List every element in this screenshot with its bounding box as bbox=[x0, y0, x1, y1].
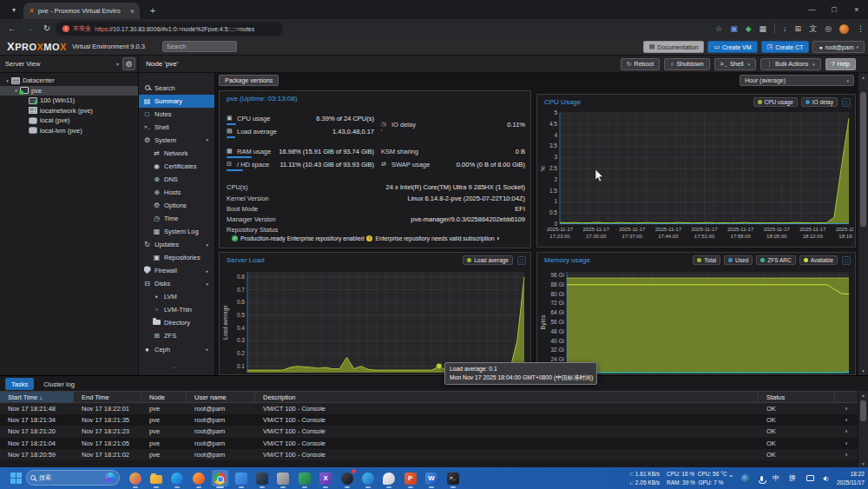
ime-mode-indicator[interactable]: 中 bbox=[770, 467, 782, 489]
tray-expand-icon[interactable]: ⌃ bbox=[726, 467, 736, 489]
nav-item-disks[interactable]: ⊟Disks▾ bbox=[139, 277, 215, 290]
taskbar-app-printer[interactable] bbox=[275, 470, 292, 486]
nav-item-updates[interactable]: ↻Updates▾ bbox=[139, 238, 215, 251]
tray-app-icon[interactable] bbox=[740, 467, 752, 489]
shell-button[interactable]: >_Shell▾ bbox=[714, 58, 757, 70]
nav-item-shell[interactable]: >_Shell bbox=[139, 121, 215, 134]
help-button[interactable]: ?Help bbox=[825, 58, 856, 70]
taskbar-app-photos[interactable] bbox=[233, 470, 249, 486]
legend-used[interactable]: Used bbox=[724, 255, 753, 265]
taskbar-app-chrome[interactable] bbox=[212, 470, 228, 486]
taskbar-app-file-explorer[interactable] bbox=[148, 470, 164, 486]
time-range-select[interactable]: Hour (average)▾ bbox=[740, 75, 854, 86]
user-menu-button[interactable]: ●root@pam▾ bbox=[812, 41, 865, 53]
legend-zfs-arc[interactable]: ZFS ARC bbox=[756, 255, 795, 265]
tab-search-button[interactable]: ▾ bbox=[5, 4, 23, 16]
cast-icon[interactable]: ◎ bbox=[825, 24, 832, 33]
adblock-shield-icon[interactable]: ◆ bbox=[746, 24, 752, 33]
nav-item-search[interactable]: Search bbox=[139, 82, 215, 95]
tree-item-100-win11[interactable]: 100 (Win11) bbox=[0, 96, 138, 106]
taskbar-clock[interactable]: 18:22 2025/11/17 bbox=[837, 470, 865, 486]
column-end-time[interactable]: End Time bbox=[74, 392, 141, 402]
cpu-usage-detail-icon[interactable]: ⊟ bbox=[842, 98, 851, 107]
task-row[interactable]: Nov 17 18:21:34Nov 17 18:21:35pveroot@pa… bbox=[0, 414, 858, 426]
browser-menu-icon[interactable]: ⋮ bbox=[857, 24, 865, 33]
taskbar-search[interactable]: 搜索 bbox=[26, 470, 120, 486]
taskbar-app-messenger[interactable] bbox=[381, 470, 398, 486]
taskbar-app-monitor-app[interactable] bbox=[253, 470, 270, 486]
nav-item-system[interactable]: ⚙System▾ bbox=[139, 134, 215, 147]
ime-layout-indicator[interactable]: 拼 bbox=[786, 467, 799, 489]
view-settings-gear-icon[interactable]: ⚙ bbox=[122, 57, 135, 70]
bulk-actions-button[interactable]: ⋮Bulk Actions▾ bbox=[760, 58, 821, 70]
tab-close-icon[interactable]: × bbox=[130, 7, 135, 16]
nav-item-repositories[interactable]: ▣Repositories bbox=[139, 251, 215, 264]
nav-item-firewall[interactable]: Firewall▸ bbox=[139, 264, 215, 277]
expand-caret-icon[interactable]: ▸ bbox=[206, 268, 208, 274]
new-tab-button[interactable]: + bbox=[146, 3, 160, 17]
taskbar-app-powerpoint[interactable]: P bbox=[402, 470, 418, 486]
column-start-time[interactable]: Start Time ↓ bbox=[0, 392, 74, 402]
nav-item-ceph[interactable]: ●Ceph▸ bbox=[139, 343, 215, 356]
tasks-scrollbar[interactable]: ▲ ▼ bbox=[858, 391, 868, 468]
taskbar-app-firefox[interactable] bbox=[190, 470, 207, 486]
tasks-scroll-up-icon[interactable]: ▲ bbox=[858, 393, 868, 398]
taskbar-app-notebook[interactable] bbox=[296, 470, 312, 486]
task-row[interactable]: Nov 17 18:20:59Nov 17 18:21:02pveroot@pa… bbox=[0, 449, 858, 460]
shutdown-button[interactable]: ○Shutdown bbox=[664, 58, 709, 70]
task-details-chevron-icon[interactable]: › bbox=[835, 439, 858, 447]
reboot-button[interactable]: ↻Reboot bbox=[621, 58, 660, 70]
media-control-icon[interactable]: ▣ bbox=[730, 24, 738, 33]
taskbar-app-edge[interactable] bbox=[169, 470, 186, 486]
tree-item-datacenter[interactable]: ▾Datacenter bbox=[0, 76, 138, 86]
extensions-icon[interactable]: ▦ bbox=[760, 24, 767, 33]
tree-item-local-pve[interactable]: local (pve) bbox=[0, 116, 138, 126]
create-vm-button[interactable]: ▭Create VM bbox=[707, 41, 757, 53]
task-details-chevron-icon[interactable]: › bbox=[835, 405, 858, 413]
column-status[interactable]: Status bbox=[759, 392, 835, 402]
nav-item-network[interactable]: ⇄Network bbox=[139, 147, 215, 160]
nav-item-directory[interactable]: Directory bbox=[139, 316, 215, 329]
scroll-up-icon[interactable]: ▲ bbox=[858, 75, 868, 80]
tree-item-local-lvm-pve[interactable]: local-lvm (pve) bbox=[0, 126, 138, 136]
taskbar-app-terminal[interactable]: >_ bbox=[444, 470, 461, 486]
copilot-icon[interactable] bbox=[105, 472, 115, 483]
window-maximize-button[interactable]: □ bbox=[823, 0, 845, 19]
back-button[interactable]: ← bbox=[5, 23, 19, 35]
tree-item-pve[interactable]: ▾pve bbox=[0, 86, 138, 96]
apps-grid-icon[interactable]: ⊞ bbox=[795, 24, 802, 33]
nav-item-hosts[interactable]: ⊕Hosts bbox=[139, 186, 215, 199]
nav-item-notes[interactable]: □Notes bbox=[139, 108, 215, 121]
task-row[interactable]: Nov 17 18:21:20Nov 17 18:21:23pveroot@pa… bbox=[0, 426, 858, 437]
microphone-icon[interactable] bbox=[756, 467, 766, 489]
start-button[interactable] bbox=[10, 472, 22, 484]
package-versions-button[interactable]: Package versions bbox=[219, 75, 279, 86]
scroll-down-icon[interactable]: ▼ bbox=[858, 368, 868, 373]
display-icon[interactable] bbox=[804, 467, 816, 489]
global-search-input[interactable] bbox=[162, 41, 237, 52]
nav-item-summary[interactable]: ▤Summary bbox=[139, 95, 215, 108]
profile-avatar[interactable] bbox=[839, 24, 849, 34]
server-load-detail-icon[interactable]: ⊟ bbox=[517, 256, 526, 265]
tasks-scrollbar-thumb[interactable] bbox=[860, 400, 866, 421]
column-node[interactable]: Node bbox=[141, 392, 187, 402]
memory-usage-detail-icon[interactable]: ⊟ bbox=[842, 256, 851, 265]
volume-icon[interactable]: ) bbox=[819, 467, 832, 489]
view-selector[interactable]: Server View bbox=[5, 60, 116, 68]
nav-item-lvm-thin[interactable]: ▫LVM-Thin bbox=[139, 303, 215, 316]
tab-tasks[interactable]: Tasks bbox=[5, 378, 34, 390]
browser-tab[interactable]: ✕ pve - Proxmox Virtual Enviro × bbox=[23, 3, 140, 19]
nav-scroll-more-icon[interactable]: ⌄ bbox=[172, 363, 177, 370]
task-row[interactable]: Nov 17 18:21:04Nov 17 18:21:05pveroot@pa… bbox=[0, 438, 858, 449]
content-scrollbar[interactable]: ▲ ▼ bbox=[858, 73, 868, 375]
column-description[interactable]: Description bbox=[255, 392, 759, 402]
create-ct-button[interactable]: ◳Create CT bbox=[761, 41, 810, 53]
taskbar-app-wave-app[interactable] bbox=[359, 470, 376, 486]
reload-button[interactable]: ↻ bbox=[40, 23, 54, 35]
task-details-chevron-icon[interactable]: › bbox=[835, 451, 858, 459]
legend-available[interactable]: Available bbox=[799, 255, 838, 265]
task-row[interactable]: Nov 17 18:21:48Nov 17 18:22:01pveroot@pa… bbox=[0, 403, 858, 414]
legend-io-delay[interactable]: IO delay bbox=[801, 97, 838, 107]
tasks-scroll-down-icon[interactable]: ▼ bbox=[858, 461, 868, 466]
window-minimize-button[interactable]: — bbox=[800, 0, 823, 19]
